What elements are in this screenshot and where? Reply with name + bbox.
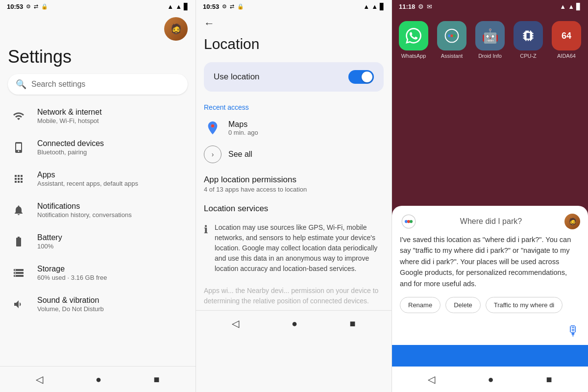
- signal-status-icon-2: ▲: [371, 3, 378, 10]
- settings-list: Network & internet Mobile, Wi-Fi, hotspo…: [0, 100, 196, 366]
- storage-icon: [10, 264, 27, 282]
- app-permissions-sub: 4 of 13 apps have access to location: [196, 186, 392, 198]
- droid-icon: 🤖: [475, 21, 505, 50]
- maps-row[interactable]: Maps 0 min. ago: [204, 116, 384, 140]
- nav-recent-3[interactable]: ■: [538, 372, 560, 387]
- toggle-thumb: [362, 72, 372, 82]
- app-cpu[interactable]: CPU-Z: [514, 21, 543, 59]
- apps-icon: [10, 170, 27, 188]
- notifications-icon: [10, 201, 27, 219]
- sound-text: Sound & vibration Volume, Do Not Disturb: [37, 296, 104, 313]
- nav-bar-2: ◁ ● ■: [196, 310, 392, 336]
- assistant-panel: 11:18 ⚙ ✉ ▲ ▲ ▊ WhatsApp Assistant 🤖 Dro…: [392, 0, 588, 392]
- use-location-toggle[interactable]: [348, 70, 374, 84]
- network-text: Network & internet Mobile, Wi-Fi, hotspo…: [37, 108, 102, 124]
- storage-title: Storage: [37, 265, 107, 273]
- battery-alert-icon: 🔒: [41, 3, 48, 10]
- convo-header: Where did I park? 🧔: [392, 206, 588, 234]
- svg-point-3: [450, 34, 453, 37]
- microphone-icon[interactable]: 🎙: [566, 323, 580, 339]
- aida-icon: 64: [552, 21, 581, 50]
- settings-item-battery[interactable]: Battery 100%: [0, 226, 196, 257]
- svg-point-0: [211, 124, 215, 128]
- nav-back-1[interactable]: ◁: [28, 371, 51, 387]
- maps-text: Maps 0 min. ago: [228, 120, 258, 136]
- google-assistant-dot-icon: [400, 213, 417, 230]
- battery-title: Battery: [37, 233, 62, 242]
- settings-item-network[interactable]: Network & internet Mobile, Wi-Fi, hotspo…: [0, 100, 196, 132]
- nav-home-2[interactable]: ●: [284, 316, 305, 331]
- nav-recent-2[interactable]: ■: [342, 316, 364, 331]
- location-services-header: Location services: [196, 198, 392, 215]
- status-bar-1: 10:53 ⚙ ⇄ 🔒 ▲ ▲ ▊: [0, 0, 196, 13]
- app-permissions-header: App location permissions: [196, 169, 392, 186]
- status-bar-left-3: 11:18 ⚙ ✉: [399, 3, 432, 10]
- battery-icon: [10, 233, 27, 250]
- battery-status-icon-2: ▊: [380, 3, 385, 10]
- battery-status-icon: ▊: [184, 3, 189, 10]
- status-bar-2: 10:53 ⚙ ⇄ 🔒 ▲ ▲ ▊: [196, 0, 392, 13]
- settings-item-notifications[interactable]: Notifications Notification history, conv…: [0, 195, 196, 226]
- delete-button[interactable]: Delete: [445, 297, 481, 313]
- rename-button[interactable]: Rename: [400, 297, 441, 313]
- connected-text: Connected devices Bluetooth, pairing: [37, 139, 104, 156]
- signal-status-icon: ▲: [175, 3, 182, 10]
- aida-label: AIDA64: [557, 53, 576, 59]
- user-avatar-emoji: 🧔: [568, 218, 577, 225]
- notifications-text: Notifications Notification history, conv…: [37, 202, 132, 219]
- app-droid[interactable]: 🤖 Droid Info: [475, 21, 505, 59]
- back-button[interactable]: ←: [204, 17, 215, 30]
- status-bar-left-1: 10:53 ⚙ ⇄ 🔒: [7, 3, 48, 10]
- cpu-icon: [514, 21, 543, 50]
- recent-access-label: Recent access: [204, 103, 384, 111]
- nav-home-3[interactable]: ●: [480, 372, 501, 387]
- nav-recent-1[interactable]: ■: [146, 372, 168, 387]
- settings-item-sound[interactable]: Sound & vibration Volume, Do Not Disturb: [0, 289, 196, 320]
- convo-body: I've saved this location as "where did i…: [392, 234, 588, 295]
- search-icon: 🔍: [16, 79, 26, 90]
- svg-point-2: [448, 34, 450, 37]
- settings-item-storage[interactable]: Storage 60% used · 3.16 GB free: [0, 257, 196, 289]
- traffic-button[interactable]: Traffic to my where di: [486, 297, 563, 313]
- chevron-right-icon: ›: [204, 146, 221, 163]
- settings-icon-status: ⚙: [26, 3, 31, 10]
- network-title: Network & internet: [37, 108, 102, 117]
- app-assistant[interactable]: Assistant: [437, 21, 466, 59]
- search-bar-wrapper: 🔍 Search settings: [0, 72, 196, 100]
- maps-access-time: 0 min. ago: [228, 129, 258, 136]
- svg-point-4: [453, 34, 456, 37]
- whatsapp-label: WhatsApp: [401, 53, 426, 59]
- nav-back-3[interactable]: ◁: [420, 371, 443, 387]
- wifi-status-icon: ▲: [167, 3, 173, 10]
- connected-title: Connected devices: [37, 139, 104, 148]
- signal-icon-3: ▲: [568, 3, 574, 10]
- apps-title: Apps: [37, 171, 138, 179]
- page-title: Settings: [0, 43, 196, 72]
- location-info-box: ℹ Location may use sources like GPS, Wi-…: [204, 219, 384, 278]
- app-whatsapp[interactable]: WhatsApp: [399, 21, 428, 59]
- location-page-title: Location: [196, 34, 392, 58]
- droid-label: Droid Info: [478, 53, 502, 59]
- location-services-section: ℹ Location may use sources like GPS, Wi-…: [196, 215, 392, 282]
- app-aida[interactable]: 64 AIDA64: [552, 21, 581, 59]
- search-bar[interactable]: 🔍 Search settings: [8, 74, 188, 95]
- battery-icon-3: ▊: [576, 3, 581, 10]
- status-time-2: 10:53: [203, 3, 219, 10]
- faded-nearby-text: Apps wi... the Nearby devi... permission…: [196, 282, 392, 310]
- settings-item-connected[interactable]: Connected devices Bluetooth, pairing: [0, 132, 196, 163]
- avatar-emoji: 🧔: [170, 23, 182, 35]
- blue-bar: [392, 345, 588, 367]
- settings-item-apps[interactable]: Apps Assistant, recent apps, default app…: [0, 163, 196, 195]
- status-bar-right-1: ▲ ▲ ▊: [167, 3, 189, 10]
- nav-home-1[interactable]: ●: [88, 372, 109, 387]
- notifications-subtitle: Notification history, conversations: [37, 211, 132, 219]
- convo-actions: Rename Delete Traffic to my where di: [392, 295, 588, 319]
- see-all-row[interactable]: › See all: [204, 140, 384, 169]
- battery-subtitle: 100%: [37, 243, 62, 250]
- avatar[interactable]: 🧔: [164, 17, 188, 41]
- nav-back-2[interactable]: ◁: [224, 316, 247, 331]
- maps-icon: [204, 119, 221, 137]
- cpu-label: CPU-Z: [520, 53, 537, 59]
- status-bar-left-2: 10:53 ⚙ ⇄ 🔒: [203, 3, 244, 10]
- location-header: ←: [196, 13, 392, 34]
